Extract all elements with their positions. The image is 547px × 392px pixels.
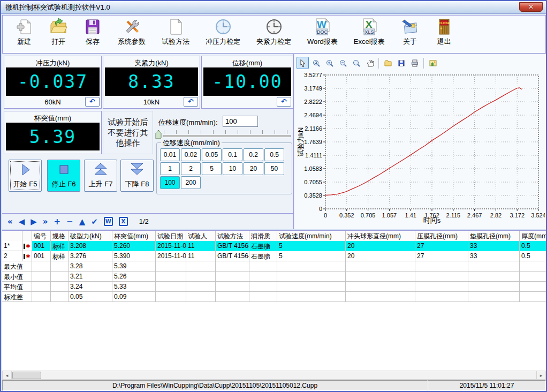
speed-option-5[interactable]: 5: [202, 162, 222, 175]
speed-option-0.5[interactable]: 0.5: [264, 148, 284, 161]
displacement-value: -10.00: [203, 67, 291, 96]
cupping-value-display: 杯突值(mm) 5.39: [4, 111, 102, 154]
scrollbar-thumb[interactable]: [12, 372, 41, 379]
print-curve-button[interactable]: [408, 57, 421, 69]
svg-text:2.8222: 2.8222: [304, 99, 322, 105]
svg-text:2.4694: 2.4694: [304, 112, 322, 118]
about-button[interactable]: 关于: [393, 17, 427, 52]
exit-button[interactable]: CLOSE 退出: [427, 17, 461, 52]
open-curve-button[interactable]: [382, 57, 394, 69]
zoom-out-tool[interactable]: [337, 57, 349, 69]
svg-text:2.467: 2.467: [467, 212, 482, 218]
svg-text:3.5277: 3.5277: [304, 72, 322, 78]
excel-report-button[interactable]: XXLS Excel报表: [346, 17, 393, 52]
column-header: 试验日期: [156, 231, 186, 241]
warning-text: 试验开始后不要进行其他操作: [103, 111, 153, 154]
nav-add-icon[interactable]: +: [54, 217, 61, 227]
speed-option-1[interactable]: 1: [160, 162, 180, 175]
speed-input[interactable]: [223, 116, 258, 127]
down-arrows-icon: [131, 163, 143, 178]
speed-option-100[interactable]: 100: [160, 176, 180, 189]
record-page-indicator: 1/2: [139, 217, 149, 225]
speed-option-0.01[interactable]: 0.01: [160, 148, 180, 161]
svg-text:DOC: DOC: [317, 29, 328, 35]
word-report-button[interactable]: WDOC Word报表: [299, 17, 346, 52]
clamp-force-zero-button[interactable]: ↶: [184, 97, 198, 107]
document-icon: [166, 18, 185, 36]
nav-word-export-icon[interactable]: W: [104, 217, 113, 226]
speed-option-200[interactable]: 200: [181, 176, 201, 189]
scroll-right-arrow[interactable]: ▸: [536, 371, 545, 379]
cupping-value: 5.39: [6, 123, 100, 150]
svg-text:1.0583: 1.0583: [304, 165, 322, 172]
speed-option-20[interactable]: 20: [244, 162, 263, 175]
slider-track[interactable]: [163, 135, 291, 137]
status-bar: D:\Program Files\WinCupping\Data\Cupp\20…: [2, 380, 546, 391]
speed-option-0.1[interactable]: 0.1: [223, 148, 242, 161]
slider-ticks: [164, 130, 290, 134]
start-button[interactable]: 开始 F5: [9, 160, 42, 192]
test-method-button[interactable]: 试验方法: [154, 17, 197, 52]
close-icon: ✕: [528, 3, 534, 11]
nav-remove-icon[interactable]: −: [66, 217, 73, 227]
background-image-button[interactable]: [427, 57, 439, 69]
save-curve-button[interactable]: [395, 57, 407, 69]
window-title: 微机控制杯突试验机测控软件V1.0: [5, 3, 110, 12]
punch-force-calib-button[interactable]: 冲压力检定: [197, 17, 248, 52]
pan-hand-tool[interactable]: [363, 57, 376, 69]
svg-text:0.705: 0.705: [361, 212, 376, 218]
svg-text:2.1166: 2.1166: [305, 125, 322, 132]
down-button[interactable]: 下降 F8: [120, 160, 154, 192]
close-button[interactable]: ✕: [519, 2, 543, 12]
system-params-button[interactable]: 系统参数: [110, 17, 154, 52]
speed-option-10[interactable]: 10: [223, 162, 242, 175]
nav-next-icon[interactable]: ▶: [31, 217, 37, 227]
stats-row: 最小值3.215.26: [2, 272, 546, 282]
chart-toolbar: [297, 56, 439, 70]
column-header: 规格: [51, 231, 69, 241]
clamp-force-calib-button[interactable]: 夹紧力检定: [248, 17, 299, 52]
nav-excel-export-icon[interactable]: X: [119, 217, 128, 226]
nav-first-icon[interactable]: «: [7, 217, 13, 227]
clamp-force-range: 10kN: [143, 98, 159, 106]
control-panel: 冲压力(kN) -0.037 60kN ↶ 夹紧力(kN) 8.33 10kN …: [2, 54, 294, 229]
nav-last-icon[interactable]: »: [43, 217, 48, 227]
svg-text:0.3528: 0.3528: [304, 192, 322, 199]
column-header: 润滑质: [249, 231, 277, 241]
save-button[interactable]: 保存: [75, 17, 110, 52]
column-header: 压膜孔径(mm): [415, 231, 468, 241]
svg-text:1.41: 1.41: [405, 212, 416, 218]
notepad-pencil-icon: [401, 18, 419, 36]
speed-option-0.05[interactable]: 0.05: [202, 148, 222, 161]
zoom-in-tool[interactable]: [323, 57, 336, 69]
zoom-window-tool[interactable]: [310, 57, 322, 69]
separator: [423, 58, 424, 69]
up-button[interactable]: 上升 F7: [84, 160, 117, 192]
speed-option-0.02[interactable]: 0.02: [181, 148, 201, 161]
speed-option-0.2[interactable]: 0.2: [244, 148, 263, 161]
svg-text:1.057: 1.057: [382, 212, 397, 218]
nav-edit-icon[interactable]: ▲: [79, 217, 86, 227]
scroll-left-arrow[interactable]: ◂: [3, 371, 12, 379]
open-button[interactable]: 打开: [41, 17, 75, 52]
displacement-zero-button[interactable]: ↶: [277, 97, 291, 107]
stop-button[interactable]: 停止 F6: [47, 160, 80, 192]
nav-prev-icon[interactable]: ◀: [19, 217, 25, 227]
horizontal-scrollbar[interactable]: ◂ ▸: [2, 371, 546, 380]
table-row[interactable]: 1*✱001标样3.2085.2602015-11-0511GB/T 4156-…: [2, 241, 546, 251]
table-row[interactable]: 2✱001标样3.2765.3902015-11-0511GB/T 4156-石…: [2, 251, 546, 261]
column-header: 厚度(mm): [520, 231, 546, 241]
nav-confirm-icon[interactable]: ✔: [91, 217, 98, 227]
save-floppy-icon: [83, 18, 102, 36]
separator: [378, 58, 379, 69]
zoom-reset-tool[interactable]: [350, 57, 362, 69]
open-folder-icon: [49, 18, 67, 36]
new-button[interactable]: 新建: [7, 17, 41, 52]
curve-icon: ✱: [24, 254, 30, 259]
svg-text:0: 0: [324, 212, 327, 218]
speed-option-2[interactable]: 2: [181, 162, 201, 175]
exit-door-icon: CLOSE: [435, 18, 453, 36]
speed-option-50[interactable]: 50: [264, 162, 284, 175]
punch-force-zero-button[interactable]: ↶: [85, 97, 100, 107]
cursor-tool[interactable]: [297, 57, 309, 69]
